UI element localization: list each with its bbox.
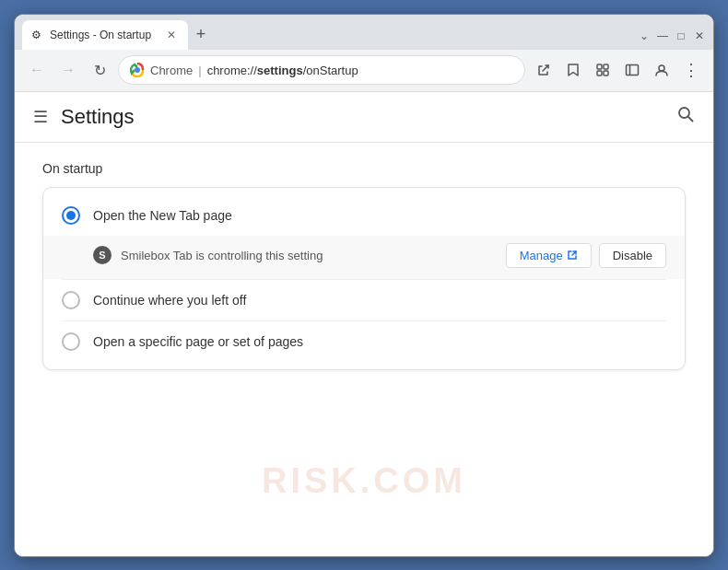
active-tab[interactable]: ⚙ Settings - On startup ✕ [22,20,188,50]
chrome-logo-icon [130,63,145,77]
close-button[interactable]: ✕ [693,29,706,42]
option-new-tab-radio[interactable] [62,206,80,225]
tab-strip: ⚙ Settings - On startup ✕ + [22,20,638,50]
window-controls: ⌄ — □ ✕ [638,29,706,42]
search-icon [676,105,695,123]
dropdown-icon[interactable]: ⌄ [638,29,651,42]
url-protocol: Chrome [150,64,193,77]
sidebar-icon [625,63,640,77]
tab-title: Settings - On startup [50,29,159,41]
reload-button[interactable]: ↻ [87,57,112,83]
hamburger-menu-button[interactable]: ☰ [33,107,48,127]
url-path: chrome://settings/onStartup [207,64,358,77]
svg-point-8 [659,65,664,71]
svg-rect-2 [597,64,602,69]
bookmark-icon [566,63,581,77]
content-area: PC RISK.COM ☰ Settings On startup [15,92,713,556]
profile-icon [654,63,669,77]
svg-rect-3 [604,64,608,69]
svg-point-9 [679,108,689,118]
option-new-tab-label: Open the New Tab page [93,208,666,223]
settings-header: ☰ Settings [15,92,713,143]
bookmark-button[interactable] [560,57,586,83]
settings-content: On startup Open the New Tab page S Smile… [15,143,713,389]
settings-page-title: Settings [61,105,135,129]
back-button[interactable]: ← [24,57,50,83]
browser-window: ⚙ Settings - On startup ✕ + ⌄ — □ ✕ ← → … [14,14,714,557]
option-continue-row[interactable]: Continue where you left off [43,280,685,320]
maximize-button[interactable]: □ [675,29,687,42]
menu-button[interactable]: ⋮ [678,57,704,83]
title-bar: ⚙ Settings - On startup ✕ + ⌄ — □ ✕ [15,15,713,50]
option-specific-radio[interactable] [62,332,80,351]
url-settings: settings [257,64,303,77]
browser-toolbar: ← → ↻ Chrome | chrome://settings/onStart… [15,50,713,92]
watermark-bottom: RISK.COM [15,461,713,501]
manage-button[interactable]: Manage [506,243,592,268]
svg-rect-6 [627,65,639,76]
new-tab-button[interactable]: + [188,22,214,48]
extensions-button[interactable] [590,57,616,83]
settings-search-button[interactable] [676,105,695,128]
share-button[interactable] [531,57,557,83]
svg-line-10 [688,117,693,122]
smilebox-label: Smilebox Tab is controlling this setting [121,249,497,262]
option-specific-row[interactable]: Open a specific page or set of pages [43,321,685,362]
smilebox-actions: Manage Disable [506,243,666,268]
minimize-button[interactable]: — [656,29,669,42]
profile-button[interactable] [649,57,675,83]
option-new-tab-row[interactable]: Open the New Tab page [43,195,685,236]
svg-rect-5 [604,71,608,76]
options-card: Open the New Tab page S Smilebox Tab is … [42,187,686,370]
forward-button[interactable]: → [55,57,81,83]
smilebox-sub-row: S Smilebox Tab is controlling this setti… [43,236,685,279]
url-separator: | [198,64,201,77]
extensions-icon [595,63,610,77]
tab-close-button[interactable]: ✕ [164,28,179,42]
disable-button[interactable]: Disable [599,243,666,268]
address-bar[interactable]: Chrome | chrome://settings/onStartup [118,55,525,85]
svg-point-1 [135,67,140,73]
option-continue-radio[interactable] [62,291,80,309]
settings-page: PC RISK.COM ☰ Settings On startup [15,92,713,556]
svg-rect-4 [597,71,602,76]
manage-label: Manage [520,249,563,262]
share-icon [536,63,551,77]
smilebox-icon: S [93,246,112,264]
settings-header-left: ☰ Settings [33,105,135,129]
section-title: On startup [42,161,686,176]
sidebar-toggle-button[interactable] [619,57,645,83]
external-link-icon [567,250,578,261]
tab-favicon: ⚙ [31,29,44,41]
option-continue-label: Continue where you left off [93,293,666,308]
option-specific-label: Open a specific page or set of pages [93,334,666,349]
toolbar-actions: ⋮ [531,57,704,83]
